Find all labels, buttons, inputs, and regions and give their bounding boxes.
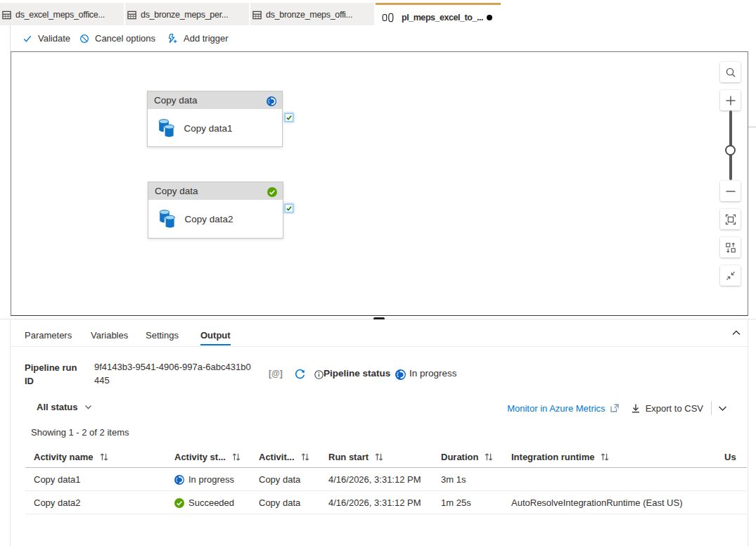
- export-to-csv-button[interactable]: Export to CSV: [646, 403, 703, 414]
- sort-icon[interactable]: [100, 452, 108, 462]
- add-trigger-button[interactable]: Add trigger: [167, 27, 229, 50]
- table-header-row: Activity name Activity st... Activit... …: [25, 446, 747, 468]
- pipeline-run-id-label: Pipeline run ID: [25, 361, 88, 388]
- collapse-controls-button[interactable]: [720, 265, 741, 286]
- tab-output-label: Output: [200, 330, 231, 341]
- more-options-chevron-icon[interactable]: [718, 404, 727, 413]
- activity-name-label: Copy data2: [185, 214, 233, 224]
- activity-type-label: Copy data: [154, 95, 198, 106]
- zoom-in-button[interactable]: [720, 90, 741, 110]
- panel-left-border: [10, 319, 11, 546]
- validate-button[interactable]: Validate: [23, 27, 70, 50]
- in-progress-icon: [267, 96, 276, 106]
- cell-duration: 3m 1s: [441, 468, 466, 491]
- dataset-icon: [127, 10, 137, 20]
- pipeline-run-id-value: 9f4143b3-9541-4906-997a-6abc431b0445: [94, 360, 253, 387]
- vertical-separator: [711, 401, 712, 415]
- zoom-to-fit-icon: [725, 214, 736, 225]
- activity-node-copy-data1[interactable]: Copy data Copy data1: [147, 91, 283, 147]
- status-filter-dropdown[interactable]: All status: [37, 402, 92, 412]
- activity1-success-port[interactable]: [285, 113, 293, 122]
- sort-icon[interactable]: [485, 452, 493, 462]
- sort-icon[interactable]: [601, 452, 609, 462]
- tab-parameters[interactable]: Parameters: [25, 322, 72, 348]
- external-link-icon: [610, 403, 620, 413]
- chevron-down-icon: [84, 403, 92, 411]
- validate-label: Validate: [38, 33, 70, 44]
- pipeline-canvas[interactable]: Copy data Copy data1 Copy data Copy data…: [11, 51, 748, 316]
- editor-tab-bar: ds_excel_meps_office... ds_bronze_meps_p…: [0, 3, 756, 27]
- cell-activity-status: In progress: [174, 468, 234, 491]
- info-icon: [314, 370, 323, 379]
- tab-settings[interactable]: Settings: [146, 322, 179, 348]
- download-icon: [631, 403, 641, 413]
- activity-node-copy-data2[interactable]: Copy data Copy data2: [148, 182, 283, 239]
- plus-icon: [725, 95, 736, 106]
- column-activity-name[interactable]: Activity name: [34, 446, 108, 468]
- validate-check-icon: [23, 34, 32, 44]
- tab-ds-excel-meps-office[interactable]: ds_excel_meps_office...: [0, 3, 125, 25]
- refresh-icon[interactable]: [294, 368, 306, 380]
- activity-node-header: Copy data: [148, 91, 282, 109]
- column-user[interactable]: Us: [724, 446, 736, 468]
- search-icon: [725, 67, 736, 78]
- dataset-icon: [252, 10, 262, 20]
- succeeded-icon: [174, 498, 184, 508]
- pipeline-status-label: Pipeline status: [323, 368, 390, 379]
- panel-right-border: [748, 319, 748, 546]
- zoom-out-button[interactable]: [720, 181, 741, 201]
- copy-run-id-icon[interactable]: [@]: [269, 369, 283, 379]
- auto-align-button[interactable]: [720, 237, 741, 258]
- sort-icon[interactable]: [375, 452, 383, 462]
- auto-align-icon: [725, 242, 736, 253]
- tab-ds-bronze-meps-offi[interactable]: ds_bronze_meps_offi...: [250, 3, 376, 25]
- cell-activity-status: Succeeded: [174, 491, 234, 514]
- tab-label: ds_excel_meps_office...: [15, 10, 105, 20]
- cell-integration-runtime: AutoResolveIntegrationRuntime (East US): [511, 491, 683, 514]
- sort-icon[interactable]: [301, 452, 309, 462]
- table-row-copy-data2[interactable]: Copy data2 Succeeded Copy data 4/16/2026…: [25, 491, 747, 514]
- column-integration-runtime[interactable]: Integration runtime: [511, 446, 609, 468]
- right-scrollbar-line: [748, 127, 756, 127]
- zoom-to-fit-button[interactable]: [720, 209, 741, 229]
- tab-label: ds_bronze_meps_per...: [141, 10, 228, 20]
- tab-output[interactable]: Output: [200, 322, 231, 348]
- column-duration[interactable]: Duration: [441, 446, 493, 468]
- showing-items-text: Showing 1 - 2 of 2 items: [31, 427, 129, 438]
- in-progress-icon: [174, 475, 184, 485]
- cancel-icon: [79, 34, 89, 44]
- column-activity-type[interactable]: Activit...: [259, 446, 309, 468]
- success-port-check-icon: [286, 205, 293, 212]
- tab-ds-bronze-meps-per[interactable]: ds_bronze_meps_per...: [125, 3, 250, 25]
- tab-label: ds_bronze_meps_offi...: [266, 10, 352, 20]
- output-actions: Monitor in Azure Metrics Export to CSV: [507, 401, 727, 415]
- pipeline-status-value: In progress: [409, 368, 457, 379]
- cell-activity-type: Copy data: [259, 468, 300, 491]
- canvas-search-button[interactable]: [720, 62, 741, 82]
- activity2-success-port[interactable]: [285, 204, 293, 212]
- add-trigger-label: Add trigger: [184, 33, 229, 44]
- column-activity-status[interactable]: Activity st...: [174, 446, 241, 468]
- monitor-in-azure-metrics-link[interactable]: Monitor in Azure Metrics: [507, 403, 605, 414]
- cancel-options-button[interactable]: Cancel options: [79, 27, 155, 50]
- pipeline-icon: [380, 13, 395, 23]
- tab-pl-meps-excel-to[interactable]: pl_meps_excel_to_...: [376, 3, 501, 27]
- cell-activity-name: Copy data2: [34, 491, 81, 514]
- collapse-panel-chevron-icon[interactable]: [731, 328, 741, 338]
- tab-parameters-label: Parameters: [25, 330, 72, 341]
- copy-data-icon: [158, 209, 177, 229]
- tab-variables[interactable]: Variables: [91, 322, 128, 348]
- table-row-copy-data1[interactable]: Copy data1 In progress Copy data 4/16/20…: [25, 468, 747, 491]
- zoom-slider-handle[interactable]: [725, 145, 736, 155]
- unsaved-changes-dot: [487, 15, 492, 20]
- succeeded-icon: [267, 187, 277, 197]
- panel-tab-bar: Parameters Variables Settings Output: [11, 319, 748, 347]
- sort-icon[interactable]: [232, 452, 241, 462]
- column-run-start[interactable]: Run start: [328, 446, 383, 468]
- activity-node-body: Copy data1: [148, 109, 282, 147]
- dataset-icon: [2, 10, 12, 20]
- status-filter-value: All status: [37, 402, 78, 412]
- cell-activity-name: Copy data1: [34, 468, 81, 491]
- cell-run-start: 4/16/2026, 3:31:12 PM: [328, 491, 421, 514]
- pipeline-editor: ds_excel_meps_office... ds_bronze_meps_p…: [0, 0, 756, 546]
